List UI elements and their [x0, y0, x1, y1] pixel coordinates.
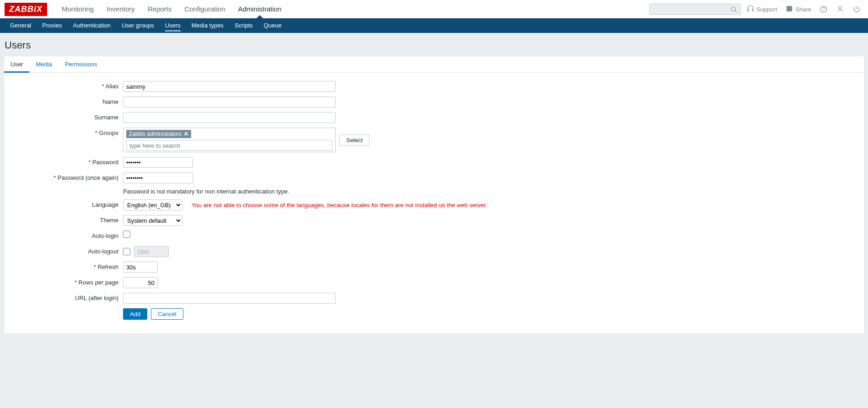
label-password2: Password (once again) [9, 172, 123, 183]
main-nav: Monitoring Inventory Reports Configurati… [55, 0, 649, 18]
nav-reports[interactable]: Reports [141, 0, 178, 18]
svg-rect-2 [747, 9, 749, 11]
subnav-scripts[interactable]: Scripts [229, 18, 258, 33]
share-label: Share [795, 6, 811, 13]
tab-user[interactable]: User [4, 56, 29, 72]
search-wrap [649, 4, 741, 15]
search-input[interactable] [649, 4, 741, 15]
subnav-usergroups[interactable]: User groups [116, 18, 160, 33]
subnav-mediatypes[interactable]: Media types [186, 18, 229, 33]
power-icon[interactable] [850, 5, 863, 13]
password2-field[interactable] [123, 172, 193, 183]
label-refresh: Refresh [9, 262, 123, 273]
svg-rect-3 [752, 9, 754, 11]
tab-media[interactable]: Media [29, 56, 58, 72]
language-select[interactable]: English (en_GB) [123, 199, 182, 210]
label-autologout: Auto-logout [9, 246, 123, 257]
form-card: User Media Permissions Alias Name Surnam… [4, 56, 864, 334]
subnav-authentication[interactable]: Authentication [68, 18, 116, 33]
svg-line-1 [735, 11, 737, 12]
headset-icon [746, 5, 755, 14]
support-link[interactable]: Support [744, 5, 780, 14]
url-field[interactable] [123, 293, 336, 304]
theme-select[interactable]: System default [123, 215, 182, 226]
svg-rect-4 [787, 6, 792, 11]
label-theme: Theme [9, 215, 123, 226]
nav-configuration[interactable]: Configuration [178, 0, 231, 18]
alias-field[interactable] [123, 81, 336, 92]
autologin-checkbox[interactable] [123, 231, 130, 238]
share-icon [785, 5, 793, 14]
label-password: Password [9, 157, 123, 168]
label-url: URL (after login) [9, 293, 123, 304]
surname-field[interactable] [123, 112, 336, 123]
remove-tag-icon[interactable]: ✕ [184, 131, 188, 137]
topbar: ZABBIX Monitoring Inventory Reports Conf… [0, 0, 868, 18]
autologout-checkbox[interactable] [123, 248, 130, 255]
nav-inventory[interactable]: Inventory [100, 0, 141, 18]
subnav-users[interactable]: Users [160, 18, 186, 33]
label-rows: Rows per page [9, 277, 123, 288]
label-name: Name [9, 97, 123, 107]
page-title: Users [0, 33, 868, 56]
help-icon[interactable] [817, 5, 830, 13]
label-surname: Surname [9, 112, 123, 123]
search-icon[interactable] [730, 5, 738, 15]
share-link[interactable]: Share [782, 5, 814, 14]
label-language: Language [9, 199, 123, 210]
top-tools: Support Share [649, 4, 863, 15]
refresh-field[interactable] [123, 262, 158, 273]
name-field[interactable] [123, 97, 336, 107]
groups-multiselect[interactable]: Zabbix administrators ✕ [123, 128, 336, 152]
select-button[interactable]: Select [339, 134, 370, 146]
group-tag-label: Zabbix administrators [129, 131, 182, 137]
form-body: Alias Name Surname Groups Zabbix adminis… [4, 73, 864, 333]
support-label: Support [756, 6, 777, 13]
tab-permissions[interactable]: Permissions [59, 56, 104, 72]
language-warning: You are not able to choose some of the l… [192, 202, 487, 209]
label-groups: Groups [9, 128, 123, 139]
svg-point-6 [823, 11, 824, 11]
nav-monitoring[interactable]: Monitoring [55, 0, 100, 18]
brand-logo[interactable]: ZABBIX [5, 3, 47, 16]
svg-point-0 [731, 7, 735, 11]
svg-point-7 [839, 6, 841, 9]
group-tag[interactable]: Zabbix administrators ✕ [126, 130, 191, 138]
subnav-general[interactable]: General [5, 18, 37, 33]
nav-administration[interactable]: Administration [232, 0, 288, 18]
subnav-proxies[interactable]: Proxies [37, 18, 67, 33]
rows-field[interactable] [123, 277, 158, 288]
user-icon[interactable] [833, 5, 847, 13]
autologout-value [134, 246, 169, 257]
add-button[interactable]: Add [123, 308, 147, 320]
subnav-queue[interactable]: Queue [258, 18, 287, 33]
sub-nav: General Proxies Authentication User grou… [0, 18, 868, 33]
form-tabs: User Media Permissions [4, 56, 864, 73]
label-autologin: Auto-login [9, 231, 123, 242]
password-field[interactable] [123, 157, 193, 168]
password-note: Password is not mandatory for non intern… [123, 188, 289, 195]
groups-search-input[interactable] [126, 140, 332, 151]
cancel-button[interactable]: Cancel [151, 308, 183, 320]
label-alias: Alias [9, 81, 123, 92]
